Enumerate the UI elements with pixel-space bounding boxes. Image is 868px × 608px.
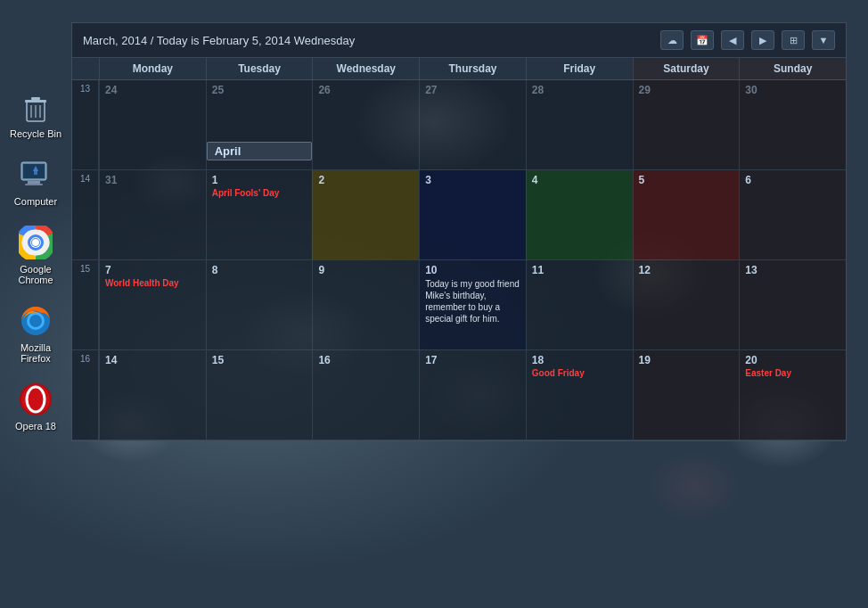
event-easter: Easter Day: [745, 368, 840, 378]
header-sunday: Sunday: [739, 58, 846, 79]
cell-apr3[interactable]: 3: [419, 170, 526, 259]
cell-feb27[interactable]: 27: [419, 80, 526, 169]
date-apr3: 3: [425, 174, 520, 186]
opera-18-icon[interactable]: Opera 18: [4, 382, 67, 431]
svg-rect-1: [25, 100, 46, 103]
date-feb27: 27: [425, 84, 520, 96]
header-wednesday: Wednesday: [312, 58, 419, 79]
cell-apr9[interactable]: 9: [312, 260, 419, 349]
cell-apr13[interactable]: 13: [739, 260, 846, 349]
calendar-button[interactable]: 📅: [691, 30, 714, 50]
cell-apr16[interactable]: 16: [312, 350, 419, 440]
cell-apr2[interactable]: 2: [312, 170, 419, 259]
cell-apr15[interactable]: 15: [206, 350, 313, 440]
date-apr5: 5: [639, 174, 734, 186]
date-feb25: 25: [212, 84, 307, 96]
prev-button[interactable]: ◀: [721, 30, 744, 50]
cell-apr17[interactable]: 17: [419, 350, 526, 440]
header-friday: Friday: [526, 58, 633, 79]
cell-apr12[interactable]: 12: [633, 260, 740, 349]
date-feb24: 24: [105, 84, 201, 96]
week-num-16: 16: [72, 350, 99, 440]
next-button[interactable]: ▶: [751, 30, 774, 50]
google-chrome-icon[interactable]: Google Chrome: [4, 225, 67, 285]
cell-apr5[interactable]: 5: [633, 170, 740, 259]
cell-apr1[interactable]: 1 April Fools' Day April: [206, 170, 313, 259]
date-mar31: 31: [105, 174, 201, 186]
date-apr7: 7: [105, 264, 201, 276]
week-num-14: 14: [72, 170, 99, 259]
header-saturday: Saturday: [633, 58, 740, 79]
week-num-15: 15: [72, 260, 99, 349]
event-mike-birthday: Today is my good friend Mike's birthday,…: [425, 278, 520, 325]
date-apr1: 1: [212, 174, 307, 186]
month-popup: April: [207, 142, 313, 160]
date-apr15: 15: [212, 354, 307, 366]
event-world-health: World Health Day: [105, 278, 201, 288]
cell-feb29[interactable]: 29: [633, 80, 740, 169]
cell-apr4[interactable]: 4: [526, 170, 633, 259]
date-mar30: 30: [745, 84, 840, 96]
calendar-widget: March, 2014 / Today is February 5, 2014 …: [71, 22, 847, 441]
date-apr16: 16: [318, 354, 414, 366]
date-apr11: 11: [532, 264, 627, 276]
mozilla-firefox-label: Mozilla Firefox: [4, 342, 67, 364]
opera-18-label: Opera 18: [15, 421, 56, 431]
header-tuesday: Tuesday: [206, 58, 313, 79]
date-apr4: 4: [532, 174, 627, 186]
cell-apr8[interactable]: 8: [206, 260, 313, 349]
cell-apr20[interactable]: 20 Easter Day: [739, 350, 846, 440]
week-col-spacer: [72, 58, 99, 79]
date-apr20: 20: [745, 354, 840, 366]
svg-point-18: [32, 239, 39, 246]
cell-feb28[interactable]: 28: [526, 80, 633, 169]
date-apr8: 8: [212, 264, 307, 276]
cell-mar31[interactable]: 31: [99, 170, 206, 259]
cloud-button[interactable]: ☁: [660, 30, 684, 50]
week-row-16: 16 14 15 16 17 18 Good Friday 19 20 East…: [72, 350, 846, 440]
monitor-button[interactable]: ⊞: [782, 30, 805, 50]
cell-apr6[interactable]: 6: [739, 170, 846, 259]
cell-apr10[interactable]: 10 Today is my good friend Mike's birthd…: [419, 260, 526, 349]
recycle-bin-icon[interactable]: Recycle Bin: [4, 89, 67, 139]
cell-feb24[interactable]: 24: [99, 80, 206, 169]
computer-icon[interactable]: Computer: [4, 157, 67, 207]
cell-apr18[interactable]: 18 Good Friday: [526, 350, 633, 440]
chevron-button[interactable]: ▼: [812, 30, 835, 50]
svg-point-21: [29, 315, 42, 327]
mozilla-firefox-icon[interactable]: Mozilla Firefox: [4, 303, 67, 364]
date-apr10: 10: [425, 264, 520, 276]
date-apr6: 6: [745, 174, 840, 186]
svg-rect-11: [34, 171, 37, 175]
cell-apr14[interactable]: 14: [99, 350, 206, 440]
svg-rect-2: [31, 97, 40, 100]
cell-apr19[interactable]: 19: [633, 350, 740, 440]
calendar-header: March, 2014 / Today is February 5, 2014 …: [72, 23, 846, 58]
date-apr18: 18: [532, 354, 627, 366]
header-monday: Monday: [99, 58, 206, 79]
week-row-13: 13 24 25 26 27 28 29 30: [72, 80, 846, 170]
cell-feb26[interactable]: 26: [312, 80, 419, 169]
cell-apr7[interactable]: 7 World Health Day: [99, 260, 206, 349]
week-row-15: 15 7 World Health Day 8 9 10 Today is my…: [72, 260, 846, 350]
event-april-fools: April Fools' Day: [212, 188, 307, 198]
week-row-14: 14 31 1 April Fools' Day April 2 3 4 5 6: [72, 170, 846, 260]
date-feb26: 26: [318, 84, 414, 96]
svg-rect-8: [28, 181, 40, 184]
date-feb28: 28: [532, 84, 627, 96]
calendar-title: March, 2014 / Today is February 5, 2014 …: [83, 34, 355, 47]
date-apr14: 14: [105, 354, 201, 366]
event-good-friday: Good Friday: [532, 368, 627, 378]
calendar-controls: ☁ 📅 ◀ ▶ ⊞ ▼: [660, 30, 835, 50]
date-mar29: 29: [639, 84, 734, 96]
google-chrome-label: Google Chrome: [4, 264, 67, 285]
computer-label: Computer: [14, 196, 57, 207]
date-apr2: 2: [318, 174, 414, 186]
header-thursday: Thursday: [419, 58, 526, 79]
week-num-13: 13: [72, 80, 99, 169]
svg-rect-9: [25, 184, 43, 185]
date-apr17: 17: [425, 354, 520, 366]
cell-apr11[interactable]: 11: [526, 260, 633, 349]
recycle-bin-label: Recycle Bin: [10, 128, 61, 139]
cell-feb30[interactable]: 30: [739, 80, 846, 169]
